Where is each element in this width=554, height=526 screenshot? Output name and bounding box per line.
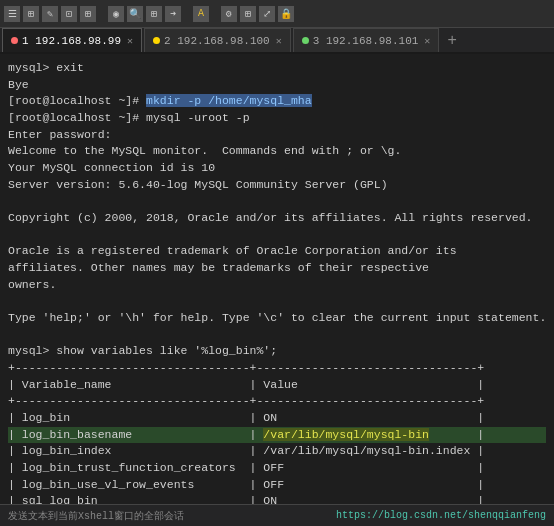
table-header: | Variable_name | Value | — [8, 377, 546, 394]
table-row-4: | log_bin_trust_function_creators | OFF … — [8, 460, 546, 477]
table-border-mid: +----------------------------------+----… — [8, 393, 546, 410]
tab-3-close[interactable]: ✕ — [424, 35, 430, 47]
toolbar-icons: ☰ ⊞ ✎ ⊡ ⊞ ◉ 🔍 ⊞ ➜ A ⚙ ⊞ ⤢ 🔒 — [4, 6, 294, 22]
fullscreen-icon[interactable]: ⤢ — [259, 6, 275, 22]
tab-2-close[interactable]: ✕ — [276, 35, 282, 47]
table-row-3: | log_bin_index | /var/lib/mysql/mysql-b… — [8, 443, 546, 460]
line-5: Welcome to the MySQL monitor. Commands e… — [8, 143, 546, 160]
tools-icon[interactable]: ⊞ — [80, 6, 96, 22]
table-row-5: | log_bin_use_vl_row_events | OFF | — [8, 477, 546, 494]
line-15: Type 'help;' or '\h' for help. Type '\c'… — [8, 310, 546, 327]
paste-icon[interactable]: ➜ — [165, 6, 181, 22]
view-icon[interactable]: ⊡ — [61, 6, 77, 22]
table-row-2: | log_bin_basename | /var/lib/mysql/mysq… — [8, 427, 546, 444]
tab-1-label: 1 192.168.98.99 — [22, 35, 121, 47]
tabs-bar: 1 192.168.98.99 ✕ 2 192.168.98.100 ✕ 3 1… — [0, 28, 554, 54]
tab-3[interactable]: 3 192.168.98.101 ✕ — [293, 28, 440, 52]
line-4: Enter password: — [8, 127, 546, 144]
table-border-top: +----------------------------------+----… — [8, 360, 546, 377]
line-14 — [8, 293, 546, 310]
menu-icon[interactable]: ☰ — [4, 6, 20, 22]
lock-icon[interactable]: 🔒 — [278, 6, 294, 22]
table-row-6: | sql_log_bin | ON | — [8, 493, 546, 504]
connect-icon[interactable]: ◉ — [108, 6, 124, 22]
tab-3-dot — [302, 37, 309, 44]
line-6: Your MySQL connection id is 10 — [8, 160, 546, 177]
tab-1-dot — [11, 37, 18, 44]
edit-icon[interactable]: ✎ — [42, 6, 58, 22]
line-0: mysql> exit — [8, 60, 546, 77]
new-icon[interactable]: ⊞ — [23, 6, 39, 22]
status-bar: 发送文本到当前Xshell窗口的全部会话 https://blog.csdn.n… — [0, 504, 554, 526]
status-text: 发送文本到当前Xshell窗口的全部会话 — [8, 509, 184, 523]
line-9: Copyright (c) 2000, 2018, Oracle and/or … — [8, 210, 546, 227]
line-12: affiliates. Other names may be trademark… — [8, 260, 546, 277]
line-11: Oracle is a registered trademark of Orac… — [8, 243, 546, 260]
tab-1-close[interactable]: ✕ — [127, 35, 133, 47]
tab-1[interactable]: 1 192.168.98.99 ✕ — [2, 28, 142, 52]
terminal-area[interactable]: mysql> exit Bye [root@localhost ~]# mkdi… — [0, 54, 554, 504]
font-icon[interactable]: A — [193, 6, 209, 22]
tab-2-dot — [153, 37, 160, 44]
tab-2[interactable]: 2 192.168.98.100 ✕ — [144, 28, 291, 52]
title-bar: ☰ ⊞ ✎ ⊡ ⊞ ◉ 🔍 ⊞ ➜ A ⚙ ⊞ ⤢ 🔒 — [0, 0, 554, 28]
tab-2-label: 2 192.168.98.100 — [164, 35, 270, 47]
line-2: [root@localhost ~]# mkdir -p /home/mysql… — [8, 93, 546, 110]
settings-icon[interactable]: ⚙ — [221, 6, 237, 22]
line-8 — [8, 193, 546, 210]
table-row-1: | log_bin | ON | — [8, 410, 546, 427]
url-text: https://blog.csdn.net/shenqqianfeng — [336, 510, 546, 521]
line-10 — [8, 227, 546, 244]
line-7: Server version: 5.6.40-log MySQL Communi… — [8, 177, 546, 194]
line-17: mysql> show variables like '%log_bin%'; — [8, 343, 546, 360]
tab-3-label: 3 192.168.98.101 — [313, 35, 419, 47]
line-1: Bye — [8, 77, 546, 94]
search-icon[interactable]: 🔍 — [127, 6, 143, 22]
line-3: [root@localhost ~]# mysql -uroot -p — [8, 110, 546, 127]
line-16 — [8, 327, 546, 344]
line-13: owners. — [8, 277, 546, 294]
new-tab-button[interactable]: + — [441, 31, 462, 49]
copy-icon[interactable]: ⊞ — [146, 6, 162, 22]
layout-icon[interactable]: ⊞ — [240, 6, 256, 22]
